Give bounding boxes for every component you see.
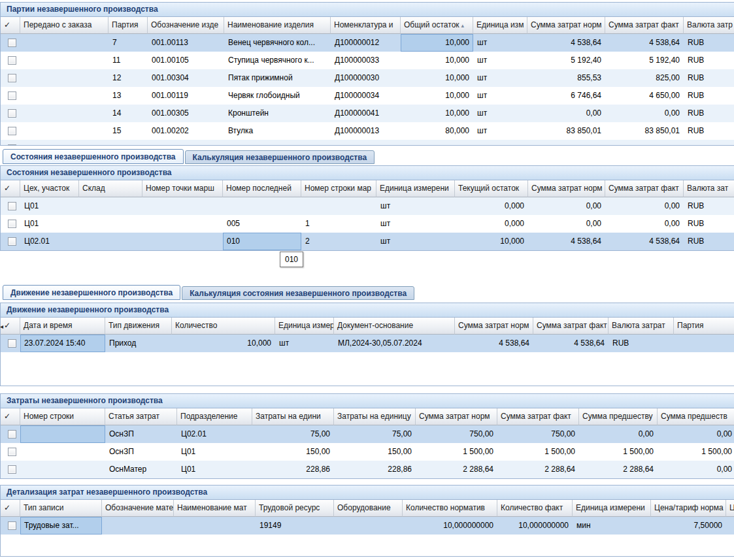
table-cell[interactable]: Крепление фланцевое [224,140,331,145]
table-cell[interactable]: 4 650,00 [605,87,684,105]
table-cell[interactable]: шт [376,233,455,250]
table-cell[interactable]: 1 [301,215,376,233]
table-cell[interactable]: 80,000 [401,122,473,140]
table-cell[interactable]: шт [473,69,527,87]
column-header[interactable]: Тип записи [20,500,102,517]
table-cell[interactable]: Трудовые зат... [20,517,102,535]
table-cell[interactable]: ОснМатер [105,461,177,478]
table-cell[interactable] [20,34,108,52]
table-cell[interactable]: 7,50000 [651,517,726,535]
column-header[interactable]: Затраты на единицу [334,408,416,425]
column-header[interactable]: Единица измерени [573,500,651,517]
column-header[interactable]: Валюта затрат [609,318,674,335]
tab[interactable]: Калькуляция незавершенного производства [185,150,375,164]
column-header[interactable]: Оборудование [334,500,403,517]
table-cell[interactable]: 10,000 [401,140,473,145]
column-header[interactable]: Подразделение [177,408,252,425]
table-cell[interactable]: Д100000012 [331,34,401,52]
select-all-column-header[interactable]: ✓ [1,17,20,34]
table-row[interactable]: 15001.00202ВтулкаД10000001380,000шт83 85… [1,122,734,140]
table-cell[interactable]: МЛ,2024-30,05.07.2024 [334,335,455,352]
table-row[interactable]: Трудовые зат...1914910,00000000010,00000… [1,517,734,535]
table-row[interactable]: ОснЗПЦ01150,00150,001 500,001 500,001 50… [1,443,734,461]
inline-cell-editor[interactable]: 010 [280,252,303,267]
column-header[interactable]: Валюта зат [684,180,734,197]
table-cell[interactable] [301,197,376,215]
column-header[interactable]: Тип движения [105,318,172,335]
table-cell[interactable]: RUB [684,52,734,69]
table-cell[interactable]: Пятак прижимной [224,69,331,87]
table-cell[interactable]: 5 192,40 [527,52,605,69]
tab[interactable]: Состояния незавершенного производства [3,149,184,164]
table-cell[interactable]: Д100000030 [331,69,401,87]
table-cell[interactable]: Д100000041 [331,105,401,122]
table-cell[interactable]: шт [473,52,527,69]
table-cell[interactable]: 750,00 [497,425,579,443]
table-cell[interactable]: 10,000 [401,69,473,87]
column-header[interactable]: Количество [172,318,275,335]
column-header[interactable]: Ц [726,500,734,517]
column-header[interactable]: Партия [674,318,734,335]
row-checkbox[interactable] [8,448,16,456]
select-all-column-header[interactable]: ✓ [1,408,20,425]
table-cell[interactable]: 11 [108,52,148,69]
table-cell[interactable] [20,140,108,145]
table-cell[interactable]: 0,00 [658,425,734,443]
table-cell[interactable]: 10,000000000 [497,517,573,535]
column-header[interactable]: Сумма предшеств [658,408,734,425]
column-header[interactable]: Количество норматив [403,500,497,517]
table-cell[interactable]: 001.00113 [148,34,224,52]
column-header[interactable]: Номер строки [20,408,105,425]
column-header[interactable]: Затраты на едини [252,408,334,425]
table-cell[interactable]: RUB [684,122,734,140]
column-header[interactable]: Цена/тариф норма [651,500,726,517]
table-cell[interactable]: 0,00 [579,425,658,443]
row-checkbox[interactable] [8,144,16,145]
table-cell[interactable] [20,461,105,478]
table-cell[interactable]: 2 288,64 [497,461,579,478]
table-cell[interactable]: Втулка [224,122,331,140]
table-cell[interactable]: 2 048,00 [527,140,605,145]
row-checkbox[interactable] [8,91,16,100]
table-cell[interactable]: ОснЗП [105,443,177,461]
row-checkbox[interactable] [8,521,16,530]
table-cell[interactable]: Ц01 [177,443,252,461]
table-cell[interactable] [79,215,142,233]
table-cell[interactable]: Ц02.01 [20,233,79,250]
table-cell[interactable]: RUB [684,197,734,215]
column-header[interactable]: Номер строки мар [301,180,376,197]
table-cell[interactable]: шт [473,140,527,145]
column-header[interactable]: Партия [108,17,148,34]
table-cell[interactable]: шт [473,105,527,122]
table-cell[interactable]: 855,53 [527,69,605,87]
table-cell[interactable]: 1 500,00 [497,443,579,461]
table-cell[interactable]: 150,00 [252,443,334,461]
table-cell[interactable]: 0,00 [605,215,684,233]
table-cell[interactable]: 010 [223,233,301,250]
table-cell[interactable]: 001.00401 [148,140,224,145]
tab[interactable]: Движение незавершенного производства [3,285,180,300]
table-row[interactable]: 11001.00105Ступица червячного к...Д10000… [1,52,734,69]
table-cell[interactable]: 4 538,64 [455,335,533,352]
column-header[interactable]: Сумма затрат норм [528,180,605,197]
table-cell[interactable]: Ц02.01 [177,425,252,443]
table-cell[interactable]: RUB [684,215,734,233]
table-cell[interactable]: ОснЗП [105,425,177,443]
table-cell[interactable] [20,425,105,443]
table-cell[interactable] [726,517,734,535]
table-cell[interactable]: 0,000 [455,215,528,233]
table-cell[interactable] [20,52,108,69]
table-cell[interactable] [174,517,256,535]
table-cell[interactable]: 0,00 [528,197,605,215]
table-cell[interactable]: шт [376,197,455,215]
table-cell[interactable] [20,69,108,87]
table-cell[interactable]: Ступица червячного к... [224,52,331,69]
column-header[interactable]: Единица измерени [376,180,455,197]
table-row[interactable]: ОснМатерЦ01228,86228,862 288,642 288,642… [1,461,734,478]
table-cell[interactable]: Венец червячного кол... [224,34,331,52]
table-cell[interactable]: 14 [108,105,148,122]
table-row[interactable]: 14001.00305КронштейнД10000004110,000шт0,… [1,105,734,122]
table-cell[interactable] [79,197,142,215]
column-header[interactable]: Наименование изделия [224,17,331,34]
select-all-column-header[interactable]: ✓ [1,500,20,517]
